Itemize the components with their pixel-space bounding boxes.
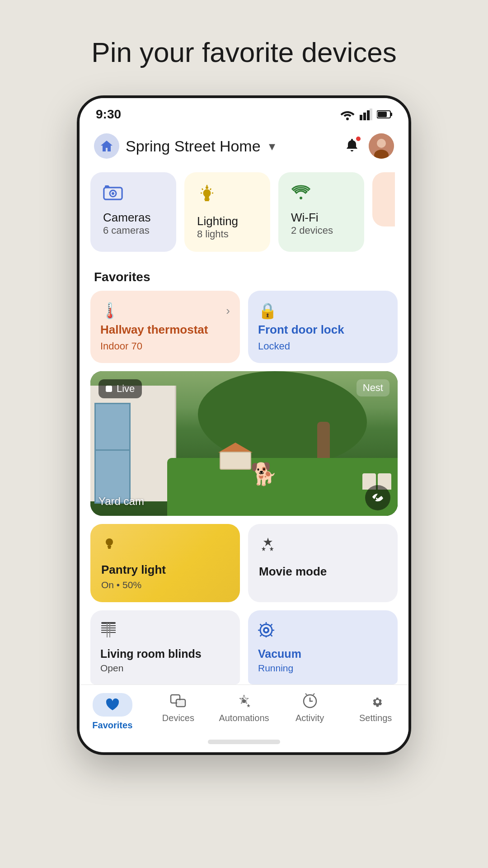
camera-live-text: Live [117, 383, 135, 395]
device-card-pantry[interactable]: Pantry light On • 50% [90, 524, 240, 602]
device-card-movie[interactable]: Movie mode [248, 524, 398, 602]
bottom-nav: Favorites Devices Automations [80, 684, 408, 734]
device-card-vacuum[interactable]: Vacuum Running [248, 610, 398, 685]
blinds-icon [100, 621, 230, 641]
battery-status-icon [377, 110, 392, 119]
camera-live-badge: Live [99, 379, 142, 398]
blinds-name: Living room blinds [100, 646, 230, 661]
svg-point-24 [106, 538, 113, 546]
vacuum-name: Vacuum [258, 646, 388, 661]
svg-rect-7 [378, 112, 387, 117]
no-view-icon [371, 491, 385, 505]
svg-rect-31 [101, 632, 116, 633]
status-time: 9:30 [96, 107, 121, 122]
camera-no-view-button[interactable] [365, 485, 390, 510]
user-avatar[interactable] [369, 133, 394, 159]
svg-rect-4 [370, 108, 372, 120]
settings-nav-icon [367, 693, 384, 709]
vacuum-status: Running [258, 663, 388, 674]
pantry-light-name: Pantry light [101, 562, 229, 578]
doghouse-roof [218, 443, 253, 453]
vacuum-icon [258, 621, 388, 641]
categories-scroll: Cameras 6 cameras Light [80, 168, 408, 259]
wifi-count: 2 devices [291, 225, 352, 236]
svg-rect-6 [390, 113, 392, 116]
lighting-icon [197, 184, 258, 208]
cameras-name: Cameras [103, 211, 164, 225]
favorites-section-label: Favorites [80, 259, 408, 291]
svg-rect-18 [204, 198, 210, 200]
favorites-nav-label: Favorites [92, 720, 132, 731]
camera-live-dot [106, 386, 112, 392]
page-title: Pin your favorite devices [91, 36, 396, 68]
thermostat-chevron-icon: › [226, 304, 230, 318]
header-actions [344, 133, 394, 159]
lighting-count: 8 lights [197, 228, 258, 240]
house-wall [90, 386, 176, 501]
svg-rect-28 [101, 625, 116, 626]
svg-rect-30 [101, 630, 116, 631]
svg-rect-26 [108, 547, 111, 549]
automations-nav-label: Automations [219, 713, 269, 723]
wifi-status-icon [340, 108, 355, 120]
cameras-icon [103, 184, 164, 204]
dog: 🐕 [250, 462, 277, 487]
camera-name-text: Yard cam [99, 495, 144, 507]
svg-point-36 [265, 629, 267, 632]
lock-icon: 🔒 [258, 302, 277, 320]
status-icons [340, 108, 392, 120]
svg-line-22 [202, 189, 203, 190]
favorites-active-bg [93, 693, 132, 717]
blinds-status: Open [100, 663, 230, 674]
category-card-wifi[interactable]: Wi-Fi 2 devices [278, 172, 364, 252]
category-card-partial [372, 172, 395, 252]
home-name: Spring Street Home [126, 137, 261, 155]
home-indicator [208, 740, 280, 744]
devices-nav-label: Devices [162, 713, 194, 723]
svg-rect-19 [205, 200, 209, 201]
svg-line-23 [210, 189, 211, 190]
pantry-light-icon [101, 536, 229, 556]
fav-card-lock[interactable]: 🔒 Front door lock Locked [248, 291, 398, 363]
svg-rect-1 [360, 115, 362, 120]
device-card-blinds[interactable]: Living room blinds Open [90, 610, 240, 685]
settings-nav-label: Settings [359, 713, 392, 723]
nav-item-activity[interactable]: Activity [277, 693, 343, 731]
thermostat-icon: 🌡️ [100, 302, 119, 320]
home-chevron-icon: ▾ [269, 139, 275, 154]
svg-point-9 [377, 139, 386, 148]
svg-rect-33 [109, 623, 110, 637]
cameras-count: 6 cameras [103, 225, 164, 236]
thermostat-name: Hallway thermostat [100, 322, 230, 338]
notification-bell[interactable] [344, 137, 360, 155]
signal-status-icon [360, 108, 372, 120]
svg-point-15 [112, 192, 114, 195]
notification-dot [355, 136, 361, 142]
nav-item-favorites[interactable]: Favorites [80, 693, 145, 731]
category-card-cameras[interactable]: Cameras 6 cameras [90, 172, 176, 252]
fav-card-lock-header: 🔒 [258, 302, 388, 320]
movie-mode-icon [259, 536, 387, 558]
status-bar: 9:30 [80, 98, 408, 126]
activity-nav-icon [302, 693, 318, 709]
nav-item-devices[interactable]: Devices [145, 693, 211, 731]
svg-point-40 [242, 699, 246, 703]
favorites-nav-icon [105, 698, 120, 712]
home-icon-bg [94, 133, 119, 159]
svg-rect-29 [101, 627, 116, 628]
camera-feed[interactable]: 🐕 Live Nest Yard cam [90, 371, 398, 516]
fav-card-thermostat[interactable]: 🌡️ › Hallway thermostat Indoor 70 [90, 291, 240, 363]
lighting-name: Lighting [197, 214, 258, 228]
activity-nav-label: Activity [296, 713, 324, 723]
devices-nav-icon [170, 693, 186, 709]
app-header: Spring Street Home ▾ [80, 126, 408, 168]
nav-item-settings[interactable]: Settings [343, 693, 408, 731]
fav-card-thermostat-header: 🌡️ › [100, 302, 230, 320]
category-card-lighting[interactable]: Lighting 8 lights [184, 172, 270, 252]
thermostat-status: Indoor 70 [100, 340, 230, 352]
home-selector[interactable]: Spring Street Home ▾ [94, 133, 275, 159]
pantry-light-status: On • 50% [101, 580, 229, 590]
devices-row: Pantry light On • 50% Movie mode [80, 524, 408, 610]
nav-item-automations[interactable]: Automations [211, 693, 277, 731]
svg-point-0 [346, 118, 349, 120]
